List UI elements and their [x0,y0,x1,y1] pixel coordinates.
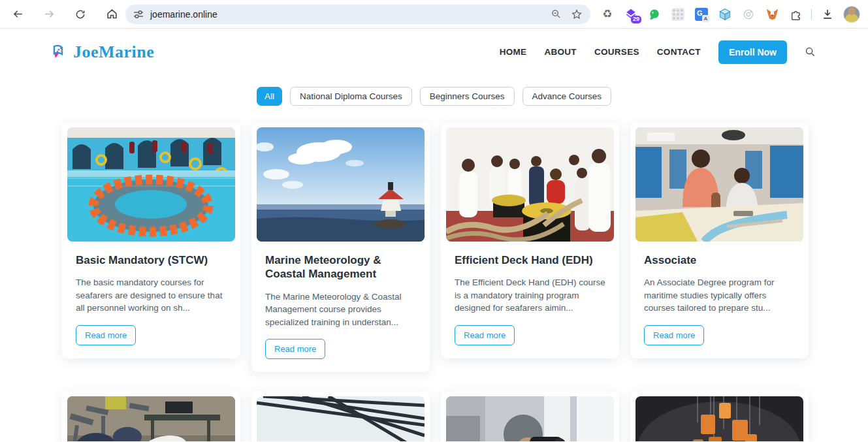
extensions-puzzle-icon[interactable] [788,7,803,22]
course-image-lookout-binoculars[interactable] [446,396,614,441]
course-card [62,391,240,441]
course-image-ship-bridge-interior[interactable] [257,396,425,441]
zoom-out-button[interactable] [551,8,562,20]
cube-extension-icon[interactable] [717,7,733,22]
read-more-button[interactable]: Read more [76,325,136,345]
course-card: Associate An Associate Degree program fo… [630,122,809,358]
course-image-first-aid-cpr-training[interactable] [67,396,235,441]
site-info-tune-icon[interactable] [133,9,144,20]
course-card: Marine Meteorology & Coastal Management … [251,122,430,372]
read-more-button[interactable]: Read more [644,325,704,345]
reload-button[interactable] [71,5,90,24]
extension-badge: 29 [631,16,641,24]
browser-toolbar: joemarine.online ♻ 29 GA [0,0,868,29]
brand-logo[interactable]: JoeMarine [51,42,154,62]
course-title: Marine Meteorology & Coastal Management [265,253,416,281]
course-description: The Marine Meteorology & Coastal Managem… [265,291,416,329]
toolbar-separator [811,9,812,20]
translate-extension-icon[interactable]: GA [694,7,709,22]
orbit-extension-icon[interactable] [741,7,756,22]
search-icon [805,46,816,57]
evernote-extension-icon[interactable] [647,7,662,22]
back-button[interactable] [8,5,27,24]
nav-courses[interactable]: COURSES [594,47,639,57]
home-button[interactable] [102,5,121,24]
course-title: Associate [644,253,795,267]
course-description: An Associate Degree program for maritime… [644,276,795,315]
course-title: Basic Mandatory (STCW) [76,253,227,267]
address-bar[interactable]: joemarine.online [125,5,590,24]
course-image-pool-life-jacket-circle-training[interactable] [67,127,235,242]
bookmark-button[interactable] [571,8,583,20]
site-search-button[interactable] [805,46,816,57]
filter-all[interactable]: All [257,87,282,106]
course-card [251,391,430,441]
filter-advance[interactable]: Advance Courses [522,87,612,106]
disabled-grid-extension-icon[interactable] [670,7,686,22]
purple-stack-extension-icon[interactable]: 29 [623,7,639,22]
url-text[interactable]: joemarine.online [150,9,217,20]
course-description: The basic mandatory courses for seafarer… [76,276,227,315]
filter-beginners[interactable]: Beginners Courses [420,87,515,106]
metamask-extension-icon[interactable] [764,7,780,22]
brand-logo-icon [51,44,68,61]
course-grid: Basic Mandatory (STCW) The basic mandato… [0,122,868,441]
reload-icon [74,8,86,20]
course-image-nautical-chart-classroom[interactable] [635,127,803,242]
course-image-logistics-orange-crates[interactable] [635,396,803,441]
nav-contact[interactable]: CONTACT [657,47,701,57]
course-card [630,391,809,441]
course-card: Efficient Deck Hand (EDH) The Efficient … [441,122,619,358]
course-card: Basic Mandatory (STCW) The basic mandato… [62,122,240,358]
course-description: The Efficient Deck Hand (EDH) course is … [455,276,605,315]
zoom-out-icon [551,8,562,20]
forward-icon [43,8,56,20]
course-title: Efficient Deck Hand (EDH) [455,253,605,267]
course-filter-tabs: All National Diploma Courses Beginners C… [0,87,868,106]
bookmark-star-icon [571,8,583,20]
main-nav: HOME ABOUT COURSES CONTACT Enroll Now [500,40,816,64]
read-more-button[interactable]: Read more [265,339,325,359]
enroll-now-button[interactable]: Enroll Now [718,40,787,64]
home-icon [106,8,118,20]
nav-home[interactable]: HOME [500,47,527,57]
profile-avatar[interactable] [843,6,860,23]
web-page: JoeMarine HOME ABOUT COURSES CONTACT Enr… [0,29,868,441]
download-button[interactable] [820,7,835,22]
course-image-deck-crew-mooring-ropes[interactable] [446,127,614,242]
download-icon [821,8,834,21]
brand-name[interactable]: JoeMarine [73,42,154,62]
forward-button[interactable] [39,5,59,24]
read-more-button[interactable]: Read more [455,325,515,345]
back-icon [12,8,24,20]
filter-national-diploma[interactable]: National Diploma Courses [290,87,412,106]
extensions-row: ♻ 29 GA [600,6,860,23]
recycle-extension-icon[interactable]: ♻ [600,7,615,22]
course-card [441,391,619,441]
nav-about[interactable]: ABOUT [544,47,577,57]
site-header: JoeMarine HOME ABOUT COURSES CONTACT Enr… [0,29,868,75]
course-image-sea-lighthouse-view[interactable] [257,127,425,242]
